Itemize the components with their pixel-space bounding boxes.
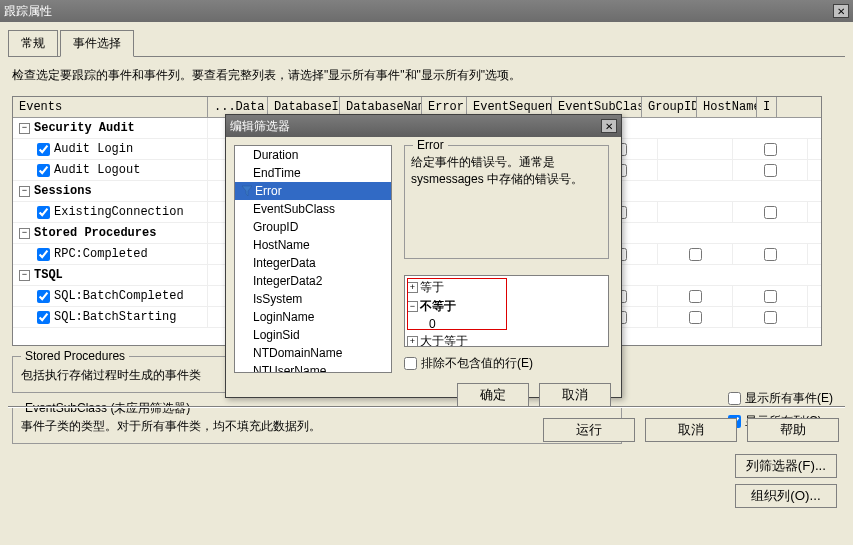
collapse-icon[interactable]: − <box>19 228 30 239</box>
tab-events[interactable]: 事件选择 <box>60 30 134 57</box>
error-desc: 给定事件的错误号。通常是 sysmessages 中存储的错误号。 <box>411 154 602 188</box>
column-item[interactable]: Error <box>235 182 391 200</box>
window-title: 跟踪属性 <box>4 3 52 20</box>
cell-checkbox[interactable] <box>764 206 777 219</box>
cell-checkbox[interactable] <box>764 164 777 177</box>
dialog-close-icon[interactable]: ✕ <box>601 119 617 133</box>
column-item[interactable]: LoginSid <box>235 326 391 344</box>
filter-gte[interactable]: 大于等于 <box>420 333 468 347</box>
cell-checkbox[interactable] <box>764 290 777 303</box>
tab-general[interactable]: 常规 <box>8 30 58 56</box>
ok-button[interactable]: 确定 <box>457 383 529 407</box>
column-filter-button[interactable]: 列筛选器(F)... <box>735 454 837 478</box>
column-item[interactable]: IntegerData2 <box>235 272 391 290</box>
close-icon[interactable]: ✕ <box>833 4 849 18</box>
cell-checkbox[interactable] <box>764 311 777 324</box>
exclude-checkbox[interactable]: 排除不包含值的行(E) <box>404 355 533 372</box>
column-item[interactable]: EventSubClass <box>235 200 391 218</box>
event-checkbox[interactable] <box>37 248 50 261</box>
event-checkbox[interactable] <box>37 290 50 303</box>
cell-checkbox[interactable] <box>689 311 702 324</box>
column-item[interactable]: HostName <box>235 236 391 254</box>
col-gid[interactable]: GroupID <box>642 97 697 117</box>
event-name[interactable]: ExistingConnection <box>54 205 184 219</box>
group-desc-esc: 事件子类的类型。对于所有事件类，均不填充此数据列。 <box>21 418 613 435</box>
error-title: Error <box>413 138 448 152</box>
event-checkbox[interactable] <box>37 164 50 177</box>
cell-checkbox[interactable] <box>764 143 777 156</box>
filter-icon <box>241 185 253 197</box>
error-description-group: Error 给定事件的错误号。通常是 sysmessages 中存储的错误号。 <box>404 145 609 259</box>
group-title-esc: EventSubClass (未应用筛选器) <box>21 400 194 417</box>
expand-icon[interactable]: + <box>407 336 418 347</box>
edit-filter-dialog: 编辑筛选器 ✕ DurationEndTimeErrorEventSubClas… <box>225 114 622 398</box>
event-name[interactable]: SQL:BatchStarting <box>54 310 176 324</box>
filter-eq[interactable]: 等于 <box>420 279 444 296</box>
column-item[interactable]: Duration <box>235 146 391 164</box>
dialog-title: 编辑筛选器 <box>230 118 290 135</box>
filter-tree[interactable]: +等于 −不等于 0 +大于等于 +小于等于 <box>404 275 609 347</box>
category-label[interactable]: TSQL <box>34 268 63 282</box>
organize-columns-button[interactable]: 组织列(O)... <box>735 484 837 508</box>
check-all-events[interactable]: 显示所有事件(E) <box>728 390 833 407</box>
cell-checkbox[interactable] <box>764 248 777 261</box>
collapse-icon[interactable]: − <box>19 186 30 197</box>
collapse-icon[interactable]: − <box>19 123 30 134</box>
dialog-cancel-button[interactable]: 取消 <box>539 383 611 407</box>
cell-checkbox[interactable] <box>689 290 702 303</box>
column-item[interactable]: LoginName <box>235 308 391 326</box>
filter-neq[interactable]: 不等于 <box>420 298 456 315</box>
collapse-icon[interactable]: − <box>407 301 418 312</box>
category-label[interactable]: Sessions <box>34 184 92 198</box>
cell-checkbox[interactable] <box>689 248 702 261</box>
instruction-text: 检查选定要跟踪的事件和事件列。要查看完整列表，请选择"显示所有事件"和"显示所有… <box>12 67 841 84</box>
column-item[interactable]: NTUserName <box>235 362 391 373</box>
event-name[interactable]: Audit Login <box>54 142 133 156</box>
run-button[interactable]: 运行 <box>543 418 635 442</box>
event-checkbox[interactable] <box>37 206 50 219</box>
group-eventsubclass: EventSubClass (未应用筛选器) 事件子类的类型。对于所有事件类，均… <box>12 407 622 444</box>
column-item[interactable]: GroupID <box>235 218 391 236</box>
event-checkbox[interactable] <box>37 143 50 156</box>
category-label[interactable]: Stored Procedures <box>34 226 156 240</box>
filter-value[interactable]: 0 <box>429 317 436 331</box>
column-item[interactable]: NTDomainName <box>235 344 391 362</box>
expand-icon[interactable]: + <box>407 282 418 293</box>
event-name[interactable]: Audit Logout <box>54 163 140 177</box>
event-checkbox[interactable] <box>37 311 50 324</box>
col-host[interactable]: HostName <box>697 97 757 117</box>
collapse-icon[interactable]: − <box>19 270 30 281</box>
cancel-button[interactable]: 取消 <box>645 418 737 442</box>
column-item[interactable]: EndTime <box>235 164 391 182</box>
event-name[interactable]: SQL:BatchCompleted <box>54 289 184 303</box>
col-i[interactable]: I <box>757 97 777 117</box>
group-title: Stored Procedures <box>21 349 129 363</box>
help-button[interactable]: 帮助 <box>747 418 839 442</box>
col-events[interactable]: Events <box>13 97 208 117</box>
column-list[interactable]: DurationEndTimeErrorEventSubClassGroupID… <box>234 145 392 373</box>
category-label[interactable]: Security Audit <box>34 121 135 135</box>
column-item[interactable]: IntegerData <box>235 254 391 272</box>
column-item[interactable]: IsSystem <box>235 290 391 308</box>
event-name[interactable]: RPC:Completed <box>54 247 148 261</box>
